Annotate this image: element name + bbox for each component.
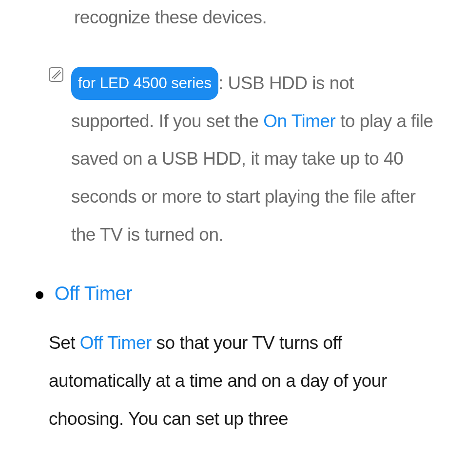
document-page: recognize these devices. for LED 4500 se… bbox=[0, 7, 465, 438]
bullet-heading-row: ● Off Timer bbox=[49, 283, 436, 305]
series-pill: for LED 4500 series bbox=[71, 67, 218, 100]
note-icon bbox=[49, 67, 63, 82]
continuation-line: recognize these devices. bbox=[49, 7, 436, 28]
para-segment-1: Set bbox=[49, 333, 80, 353]
off-timer-heading: Off Timer bbox=[55, 283, 132, 305]
on-timer-link: On Timer bbox=[263, 111, 335, 131]
note-block: for LED 4500 series: USB HDD is not supp… bbox=[49, 64, 436, 253]
note-text: for LED 4500 series: USB HDD is not supp… bbox=[71, 64, 436, 253]
body-paragraph: Set Off Timer so that your TV turns off … bbox=[49, 324, 436, 438]
off-timer-link: Off Timer bbox=[80, 333, 152, 353]
bullet-icon: ● bbox=[34, 284, 45, 305]
